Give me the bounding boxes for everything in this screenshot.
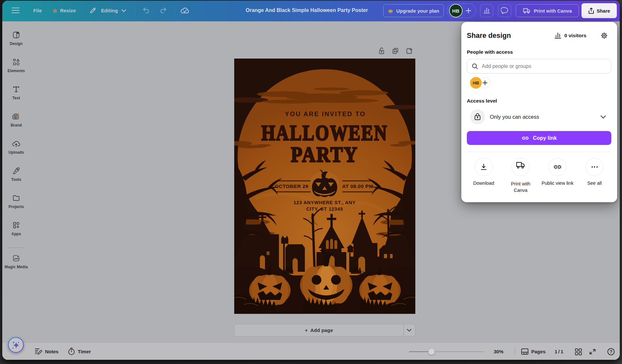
svg-text:CITY, ST 12345: CITY, ST 12345 [306,206,343,212]
svg-text:OCTOBER 29: OCTOBER 29 [275,183,308,189]
svg-text:YOU ARE INVITED TO: YOU ARE INVITED TO [285,110,365,117]
svg-text:HALLOWEEN: HALLOWEEN [261,120,388,145]
svg-text:PARTY: PARTY [291,142,358,167]
svg-text:123 ANYWHERE ST., ANY: 123 ANYWHERE ST., ANY [294,200,356,205]
svg-text:AT 08.00 PM: AT 08.00 PM [342,183,373,189]
